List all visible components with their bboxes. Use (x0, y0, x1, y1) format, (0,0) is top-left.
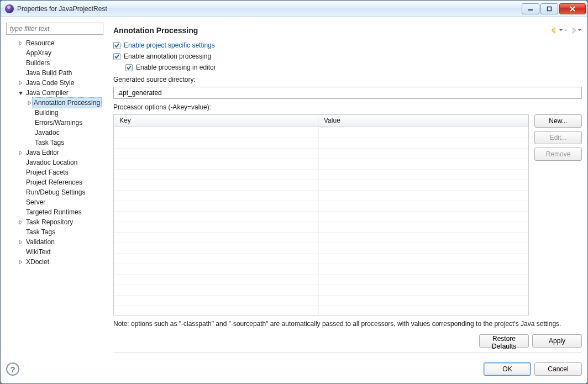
expand-icon[interactable] (17, 219, 24, 225)
tree-item-label: Resource (25, 38, 55, 48)
filter-input[interactable] (6, 23, 103, 35)
tree-item[interactable]: WikiText (6, 247, 109, 257)
generated-source-label: Generated source directory: (113, 76, 582, 83)
ok-button[interactable]: OK (484, 362, 531, 376)
tree-item[interactable]: Java Editor (6, 148, 109, 157)
tree-item-label: Errors/Warnings (34, 118, 83, 128)
note-text: Note: options such as "-classpath" and "… (113, 320, 582, 328)
tree-item-label: Building (34, 108, 60, 118)
separator-icon (564, 26, 568, 35)
tree-item-label: Validation (25, 237, 56, 247)
tree-item-label: Annotation Processing (32, 97, 102, 108)
minimize-button[interactable] (522, 3, 539, 14)
tree-item[interactable]: XDoclet (6, 257, 109, 267)
forward-button[interactable] (569, 26, 582, 35)
tree-item[interactable]: Java Compiler (6, 88, 109, 98)
check-icon (114, 43, 120, 49)
tree-item[interactable]: Resource (6, 38, 109, 48)
column-header-value[interactable]: Value (318, 115, 528, 127)
enable-processing-in-editor-checkbox[interactable] (125, 64, 133, 71)
expand-icon[interactable] (17, 80, 24, 86)
enable-project-specific-link[interactable]: Enable project specific settings (124, 41, 215, 49)
cancel-button[interactable]: Cancel (534, 362, 582, 376)
generated-source-input[interactable] (113, 87, 582, 99)
table-body[interactable] (114, 127, 528, 315)
table-header: Key Value (114, 115, 528, 127)
collapse-icon[interactable] (17, 90, 24, 96)
arrow-left-icon (550, 26, 559, 35)
tree-item[interactable]: Building (6, 108, 109, 118)
tree-item-label: Java Compiler (25, 88, 70, 98)
tree-item[interactable]: Server (6, 197, 109, 207)
tree-item-label: AppXray (25, 48, 53, 58)
page-title: Annotation Processing (113, 26, 198, 35)
enable-annotation-processing-checkbox[interactable] (113, 53, 120, 60)
back-button[interactable] (550, 26, 563, 35)
expand-icon[interactable] (17, 239, 24, 245)
tree-item-label: Run/Debug Settings (25, 187, 86, 197)
tree-item-label: Task Tags (34, 138, 65, 148)
properties-dialog: Properties for JavaProjectRest ResourceA… (0, 0, 588, 384)
category-tree[interactable]: ResourceAppXrayBuildersJava Build PathJa… (6, 38, 109, 356)
tree-item-label: Builders (25, 58, 51, 68)
tree-item-label: Task Tags (25, 227, 56, 237)
window-title: Properties for JavaProjectRest (17, 5, 107, 13)
column-header-key[interactable]: Key (114, 115, 318, 127)
titlebar[interactable]: Properties for JavaProjectRest (1, 1, 587, 17)
tree-item[interactable]: Run/Debug Settings (6, 187, 109, 197)
tree-item-label: Java Editor (25, 148, 60, 157)
tree-item[interactable]: Task Tags (6, 227, 109, 237)
tree-item[interactable]: Builders (6, 58, 109, 68)
expand-icon[interactable] (17, 40, 24, 46)
tree-item-label: Javadoc (34, 128, 61, 138)
close-icon (569, 6, 576, 12)
tree-item[interactable]: Java Code Style (6, 78, 109, 88)
tree-item[interactable]: Javadoc Location (6, 157, 109, 167)
tree-item-label: Java Build Path (25, 68, 73, 78)
app-icon (5, 4, 14, 13)
tree-item[interactable]: Errors/Warnings (6, 118, 109, 128)
tree-item-label: WikiText (25, 247, 52, 257)
tree-item-label: Javadoc Location (25, 157, 78, 167)
category-sidebar: ResourceAppXrayBuildersJava Build PathJa… (6, 23, 109, 356)
tree-item-label: Java Code Style (25, 78, 75, 88)
main-panel: Annotation Processing (113, 23, 582, 356)
remove-button[interactable]: Remove (534, 148, 582, 161)
maximize-icon (547, 6, 552, 12)
tree-item[interactable]: AppXray (6, 48, 109, 58)
tree-item[interactable]: Validation (6, 237, 109, 247)
dropdown-icon (559, 26, 563, 35)
expand-icon[interactable] (17, 149, 24, 156)
tree-item-label: Project Facets (25, 167, 70, 177)
minimize-icon (528, 6, 533, 12)
dropdown-icon (578, 26, 582, 35)
enable-project-specific-checkbox[interactable] (113, 42, 120, 49)
edit-button[interactable]: Edit... (534, 131, 582, 144)
processor-options-table[interactable]: Key Value (113, 114, 529, 315)
help-icon: ? (10, 365, 15, 374)
tree-item-label: Task Repository (25, 217, 74, 227)
help-button[interactable]: ? (6, 362, 19, 376)
tree-item[interactable]: Task Tags (6, 138, 109, 148)
tree-item[interactable]: Project Facets (6, 167, 109, 177)
dialog-footer: ? OK Cancel (1, 356, 587, 383)
tree-item[interactable]: Task Repository (6, 217, 109, 227)
apply-button[interactable]: Apply (532, 334, 582, 348)
tree-item[interactable]: Java Build Path (6, 68, 109, 78)
enable-editor-label: Enable processing in editor (136, 64, 216, 71)
new-button[interactable]: New... (534, 114, 582, 128)
tree-item[interactable]: Targeted Runtimes (6, 207, 109, 217)
tree-item-label: Targeted Runtimes (25, 207, 83, 217)
svg-point-2 (565, 30, 566, 31)
tree-item[interactable]: Project References (6, 177, 109, 187)
expand-icon[interactable] (17, 259, 24, 265)
restore-defaults-button[interactable]: Restore Defaults (479, 334, 529, 348)
tree-item-label: Project References (25, 177, 83, 187)
tree-item-label: Server (25, 197, 46, 207)
enable-annotation-label: Enable annotation processing (124, 52, 211, 60)
maximize-button[interactable] (540, 3, 558, 14)
history-nav (550, 26, 582, 35)
tree-item[interactable]: Annotation Processing (6, 98, 109, 108)
close-button[interactable] (559, 3, 586, 14)
tree-item[interactable]: Javadoc (6, 128, 109, 138)
